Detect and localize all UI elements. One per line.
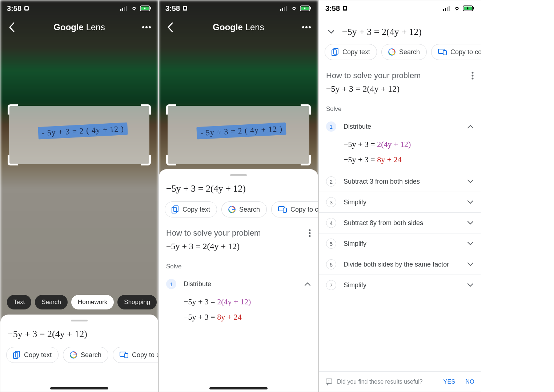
chevron-up-icon xyxy=(467,124,474,129)
step-row-1[interactable]: 1 Distribute xyxy=(159,274,318,294)
svg-rect-43 xyxy=(447,7,448,11)
step-title: Simplify xyxy=(344,281,366,289)
crop-handle-tr[interactable] xyxy=(141,104,151,115)
copy-text-button[interactable]: Copy text xyxy=(165,201,217,217)
crop-handle-tl[interactable] xyxy=(8,104,18,115)
svg-point-37 xyxy=(309,232,311,234)
signal-icon xyxy=(120,6,128,11)
svg-rect-1 xyxy=(25,7,28,9)
signal-icon xyxy=(280,6,288,11)
crop-handle-br[interactable] xyxy=(301,155,311,165)
home-indicator[interactable] xyxy=(50,387,108,389)
step-row-1[interactable]: 1 Distribute xyxy=(319,116,481,137)
crop-handle-bl[interactable] xyxy=(166,155,176,165)
collapse-header[interactable]: −5y + 3 = 2(4y + 12) xyxy=(319,16,481,40)
mode-chip-text[interactable]: Text xyxy=(7,295,31,309)
wifi-icon xyxy=(131,6,138,11)
svg-rect-22 xyxy=(284,7,285,11)
step-number: 4 xyxy=(326,218,336,228)
step-number: 6 xyxy=(326,259,336,269)
app-title: Google Lens xyxy=(213,22,264,32)
step-row-5[interactable]: 5 Simplify xyxy=(319,233,481,254)
search-button[interactable]: Search xyxy=(221,201,267,217)
more-button[interactable] xyxy=(140,21,153,34)
result-sheet[interactable]: −5y + 3 = 2(4y + 12) Copy text Search Co… xyxy=(159,169,318,392)
copy-to-computer-button[interactable]: Copy to computer xyxy=(431,44,481,60)
step-title: Subtract 3 from both sides xyxy=(344,178,420,185)
step-row-3[interactable]: 3 Simplify xyxy=(319,192,481,212)
step-row-7[interactable]: 7 Simplify xyxy=(319,275,481,295)
screen-3-solve-fullscreen: 3:58 −5y + 3 = 2(4y + 12) Copy text S xyxy=(318,0,481,392)
devices-icon xyxy=(120,352,128,358)
step-title: Divide both sides by the same factor xyxy=(344,261,449,268)
copy-to-computer-button[interactable]: Copy to computer xyxy=(113,347,158,363)
step-title: Subtract 8y from both sides xyxy=(344,219,423,227)
status-app-icon xyxy=(182,5,188,11)
svg-rect-5 xyxy=(126,6,127,11)
action-row: Copy text Search Copy to computer xyxy=(0,345,158,365)
more-button[interactable] xyxy=(300,21,313,34)
mode-chip-row: Text Search Homework Shopping Places xyxy=(0,295,158,309)
step-number: 2 xyxy=(326,176,336,187)
more-vert-icon[interactable] xyxy=(471,72,474,80)
wifi-icon xyxy=(453,6,461,11)
svg-rect-42 xyxy=(445,8,446,11)
svg-rect-19 xyxy=(184,7,186,9)
step-row-2[interactable]: 2 Subtract 3 from both sides xyxy=(319,171,481,192)
back-button[interactable] xyxy=(5,21,19,34)
chevron-down-icon xyxy=(467,200,474,204)
step-number: 5 xyxy=(326,239,336,249)
copy-to-computer-button[interactable]: Copy to computer xyxy=(271,201,318,217)
screen-2-lens-result-expanded: 3:58 Google Lens xyxy=(158,0,318,392)
status-bar: 3:58 xyxy=(319,0,481,16)
more-vert-icon[interactable] xyxy=(309,229,311,237)
crop-handle-br[interactable] xyxy=(141,155,151,165)
mode-chip-shopping[interactable]: Shopping xyxy=(117,295,157,309)
crop-frame[interactable]: - 5y + 3 = 2 ( 4y + 12 ) xyxy=(168,106,309,164)
svg-point-9 xyxy=(142,26,144,28)
back-button[interactable] xyxy=(164,21,177,34)
sheet-grabber[interactable] xyxy=(71,320,88,321)
crop-handle-tl[interactable] xyxy=(166,104,176,115)
home-indicator[interactable] xyxy=(209,387,268,389)
svg-point-54 xyxy=(472,72,474,74)
crop-frame[interactable]: - 5y + 3 = 2 ( 4y + 12 ) xyxy=(9,106,149,164)
solve-label: Solve xyxy=(319,99,481,116)
mode-chip-homework[interactable]: Homework xyxy=(71,295,114,309)
crop-handle-bl[interactable] xyxy=(8,155,18,165)
sheet-grabber[interactable] xyxy=(230,174,247,176)
mode-chip-search[interactable]: Search xyxy=(35,295,68,309)
svg-rect-33 xyxy=(232,209,235,210)
problem-equation: −5y + 3 = 2(4y + 12) xyxy=(319,82,481,99)
svg-rect-17 xyxy=(125,353,128,358)
copy-text-button[interactable]: Copy text xyxy=(6,347,59,363)
google-g-icon xyxy=(388,48,396,56)
search-button[interactable]: Search xyxy=(381,44,427,60)
header-equation: −5y + 3 = 2(4y + 12) xyxy=(342,27,422,37)
app-header: Google Lens xyxy=(159,16,318,38)
chevron-down-icon[interactable] xyxy=(326,27,336,37)
result-sheet[interactable]: −5y + 3 = 2(4y + 12) Copy text Search Co… xyxy=(0,315,158,392)
svg-point-38 xyxy=(309,235,311,237)
recognized-equation: −5y + 3 = 2(4y + 12) xyxy=(0,327,158,345)
svg-point-28 xyxy=(305,26,308,28)
step-title: Distribute xyxy=(344,123,371,131)
crop-handle-tr[interactable] xyxy=(301,104,311,115)
status-bar: 3:58 xyxy=(159,0,318,16)
step-number: 7 xyxy=(326,280,336,290)
step-detail-line-2: −5y + 3 = 8y + 24 xyxy=(319,152,481,171)
step-detail-line-2: −5y + 3 = 8y + 24 xyxy=(159,309,318,325)
step-row-6[interactable]: 6 Divide both sides by the same factor xyxy=(319,254,481,275)
copy-text-button[interactable]: Copy text xyxy=(325,44,377,60)
search-button[interactable]: Search xyxy=(63,347,108,363)
battery-icon xyxy=(300,5,312,11)
solve-heading: How to solve your problem xyxy=(319,62,481,82)
step-number: 3 xyxy=(326,197,336,207)
problem-equation: −5y + 3 = 2(4y + 12) xyxy=(159,239,318,256)
svg-point-56 xyxy=(472,78,474,80)
svg-rect-53 xyxy=(443,51,446,55)
feedback-yes-button[interactable]: YES xyxy=(443,379,455,385)
svg-rect-40 xyxy=(344,7,346,9)
feedback-no-button[interactable]: NO xyxy=(465,379,474,385)
step-row-4[interactable]: 4 Subtract 8y from both sides xyxy=(319,212,481,233)
